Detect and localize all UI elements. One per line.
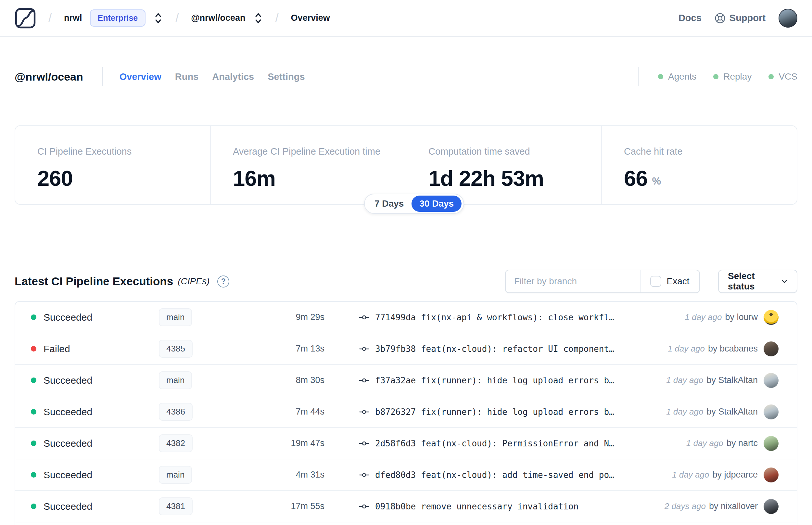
stat-card-executions: CI Pipeline Executions 260 [15,126,210,204]
workspace-switcher-chevrons-icon[interactable] [253,13,263,24]
row-time: 1 day ago [668,344,705,354]
row-author: by lourw [725,312,758,322]
row-author: by nixallover [709,501,758,511]
commit-text: f37a32ae fix(runner): hide log upload er… [375,376,614,385]
divider [638,67,639,86]
breadcrumb-org[interactable]: nrwl [64,13,82,23]
nx-cloud-logo-icon[interactable] [15,7,36,29]
row-meta: 1 day ago by StalkAltan [666,373,779,388]
status-dot-icon [31,314,36,320]
cipe-row[interactable]: Succeeded main 4m 31s dfed80d3 feat(nx-c… [15,460,797,491]
stat-value: 1d 22h 53m [428,167,544,189]
stat-card-avg-time: Average CI Pipeline Execution time 16m [210,126,406,204]
row-duration: 4m 31s [276,470,324,480]
stats-panel: CI Pipeline Executions 260 Average CI Pi… [15,125,797,205]
row-author: by StalkAltan [706,407,758,417]
stat-value: 260 [37,167,73,189]
git-commit-icon [359,438,369,449]
commit-group: dfed80d3 feat(nx-cloud): add time-saved … [359,470,614,480]
cipe-row[interactable]: Succeeded 4382 19m 47s 2d58f6d3 feat(nx-… [15,428,797,460]
row-branch-col: 4382 [159,434,276,452]
tab-overview[interactable]: Overview [120,72,162,82]
row-duration: 19m 47s [276,438,324,448]
row-status: Succeeded [44,438,159,449]
stat-label: Average CI Pipeline Execution time [233,146,406,157]
cipe-row[interactable]: Failed 4385 7m 13s 3b79fb38 feat(nx-clou… [15,333,797,365]
row-time: 2 days ago [664,501,706,511]
status-replay-label: Replay [723,72,752,82]
row-branch-col: main [159,371,276,389]
user-avatar[interactable] [779,9,797,28]
tab-analytics[interactable]: Analytics [212,72,254,82]
row-meta: 1 day ago by bcabanes [668,342,779,356]
cipe-controls: Exact Select status [505,270,797,293]
cipe-row[interactable]: Succeeded main 9m 29s 771499da fix(nx-ap… [15,302,797,333]
stat-value: 66 [624,167,648,189]
status-dot-icon [31,409,36,415]
row-status: Succeeded [44,312,159,323]
status-vcs[interactable]: VCS [768,72,797,82]
row-time: 1 day ago [685,312,722,322]
commit-group: 3b79fb38 feat(nx-cloud): refactor UI com… [359,344,614,354]
author-avatar [764,342,779,356]
status-dot-icon [31,377,36,383]
commit-group: 0918b0be remove unnecessary invalidation [359,501,579,512]
row-status: Succeeded [44,375,159,386]
date-range-toggle: 7 Days 30 Days [364,194,464,214]
row-duration: 9m 29s [276,312,324,322]
row-duration: 7m 13s [276,344,324,354]
cipe-row[interactable]: Succeeded 4381 17m 55s 0918b0be remove u… [15,491,797,522]
cipe-row[interactable]: Succeeded 4386 7m 44s b8726327 fix(runne… [15,396,797,428]
range-7-days[interactable]: 7 Days [367,196,412,212]
row-branch-col: main [159,466,276,484]
enterprise-badge[interactable]: Enterprise [90,10,146,27]
docs-link[interactable]: Docs [678,13,702,24]
commit-group: b8726327 fix(runner): hide log upload er… [359,407,614,417]
tab-runs[interactable]: Runs [175,72,199,82]
breadcrumb-separator: / [175,11,179,25]
status-agents[interactable]: Agents [658,72,696,82]
tab-settings[interactable]: Settings [267,72,305,82]
range-30-days[interactable]: 30 Days [412,196,461,212]
branch-badge: main [159,466,192,484]
green-dot-icon [768,74,774,79]
branch-badge: main [159,371,192,389]
top-nav: / nrwl Enterprise / @nrwl/ocean / Overvi… [0,0,812,37]
row-status: Failed [44,343,159,355]
help-icon[interactable]: ? [217,275,229,287]
status-replay[interactable]: Replay [713,72,752,82]
cipe-row[interactable]: Succeeded main 8m 30s f37a32ae fix(runne… [15,365,797,396]
commit-text: 3b79fb38 feat(nx-cloud): refactor UI com… [375,344,614,354]
nav-actions: Docs Support [678,9,797,28]
lifebuoy-icon [715,13,725,24]
status-select-dropdown[interactable]: Select status [718,270,797,293]
git-commit-icon [359,470,369,480]
author-avatar [764,373,779,388]
row-meta: 1 day ago by lourw [685,310,779,325]
breadcrumb-separator: / [275,11,279,25]
author-avatar [764,404,779,419]
branch-filter-input[interactable] [506,270,640,292]
row-branch-col: 4381 [159,497,276,515]
row-duration: 7m 44s [276,407,324,417]
status-dot-icon [31,346,36,351]
row-meta: 1 day ago by jdpearce [672,467,779,482]
branch-badge: main [159,308,192,326]
git-commit-icon [359,407,369,417]
branch-badge: 4386 [159,403,193,421]
page-title: @nrwl/ocean [15,71,83,83]
breadcrumb-workspace[interactable]: @nrwl/ocean [191,13,245,23]
exact-filter: Exact [641,270,699,292]
row-branch-col: 4385 [159,340,276,358]
commit-group: 2d58f6d3 feat(nx-cloud): PermissionError… [359,438,614,449]
org-switcher-chevrons-icon[interactable] [153,13,163,24]
divider [102,67,103,86]
row-status: Succeeded [44,469,159,480]
breadcrumb-page[interactable]: Overview [291,13,330,23]
exact-checkbox[interactable] [650,276,661,287]
breadcrumb-separator: / [48,11,52,25]
commit-text: 771499da fix(nx-api & workflows): close … [375,313,614,322]
branch-badge: 4385 [159,340,193,358]
status-vcs-label: VCS [779,72,797,82]
support-link[interactable]: Support [715,13,766,24]
